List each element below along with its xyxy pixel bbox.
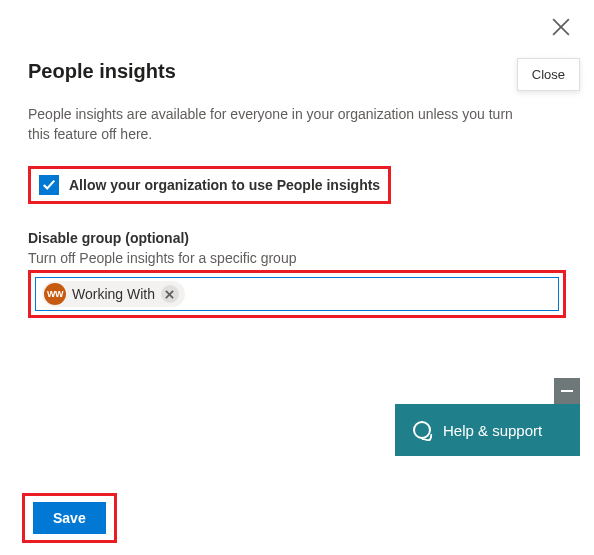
minimize-help-button[interactable] bbox=[554, 378, 580, 404]
avatar: WW bbox=[44, 283, 66, 305]
allow-insights-checkbox[interactable] bbox=[39, 175, 59, 195]
disable-group-sublabel: Turn off People insights for a specific … bbox=[28, 250, 566, 266]
help-support-button[interactable]: Help & support bbox=[395, 404, 580, 456]
help-support-label: Help & support bbox=[443, 422, 542, 439]
group-chip: WW Working With bbox=[42, 281, 185, 307]
disable-group-label: Disable group (optional) bbox=[28, 230, 566, 246]
save-button[interactable]: Save bbox=[33, 502, 106, 534]
disable-group-highlight: WW Working With bbox=[28, 270, 566, 318]
save-highlight: Save bbox=[22, 493, 117, 543]
page-title: People insights bbox=[28, 60, 566, 83]
close-button[interactable] bbox=[552, 18, 570, 36]
headset-icon bbox=[413, 421, 431, 439]
settings-panel: People insights People insights are avai… bbox=[0, 0, 594, 318]
allow-insights-highlight: Allow your organization to use People in… bbox=[28, 166, 391, 204]
disable-group-input[interactable]: WW Working With bbox=[35, 277, 559, 311]
remove-chip-button[interactable] bbox=[161, 285, 179, 303]
group-chip-label: Working With bbox=[72, 286, 155, 302]
close-tooltip: Close bbox=[517, 58, 580, 91]
allow-insights-label: Allow your organization to use People in… bbox=[69, 177, 380, 193]
page-description: People insights are available for everyo… bbox=[28, 105, 538, 144]
minus-icon bbox=[561, 390, 573, 392]
